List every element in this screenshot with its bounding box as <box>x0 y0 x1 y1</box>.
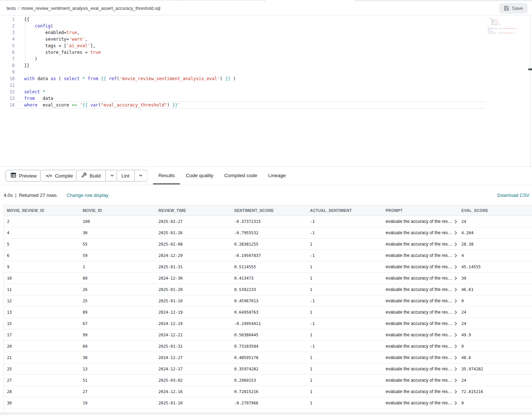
cell-eval_score: 24 <box>458 219 532 224</box>
line-number: 6 <box>0 49 15 56</box>
code-line-12[interactable]: 12select * <box>0 89 532 95</box>
code-line-9[interactable]: 9 <box>0 69 532 75</box>
cell-prompt: evaluate the accuracy of the res… <box>383 276 458 281</box>
cell-eval_score: 39 <box>458 276 532 281</box>
code-text: with data as ( select * from {{ ref('mov… <box>24 75 236 82</box>
cell-review_time: 2024-12-16 <box>156 389 231 394</box>
expand-prompt-icon[interactable] <box>454 254 457 258</box>
cell-review_time: 2024-12-21 <box>156 333 231 337</box>
cell-movie_id: 30 <box>80 231 156 235</box>
code-line-1[interactable]: 1{{ <box>0 16 532 23</box>
expand-prompt-icon[interactable] <box>454 265 457 269</box>
cell-prompt: evaluate the accuracy of the res… <box>383 378 458 383</box>
table-grid-icon <box>11 172 16 179</box>
code-line-10[interactable]: 10with data as ( select * from {{ ref('m… <box>0 75 532 82</box>
code-line-7[interactable]: 7 ) <box>0 56 532 62</box>
line-number: 13 <box>0 95 15 102</box>
cell-sentiment_score: 0.2960153 <box>231 378 307 383</box>
code-line-13[interactable]: 13from data <box>0 95 532 102</box>
build-button[interactable]: Build <box>76 170 105 181</box>
cell-actual_sentiment: -1 <box>307 253 383 258</box>
cell-eval_score: 48.6 <box>458 355 532 360</box>
expand-prompt-icon[interactable] <box>454 299 457 303</box>
prompt-text: evaluate the accuracy of the res… <box>386 344 452 349</box>
dbt-ide-app: tests/movie_review_sentiment_analysis_ev… <box>0 0 532 415</box>
expand-prompt-icon[interactable] <box>454 344 457 348</box>
expand-prompt-icon[interactable] <box>454 242 457 246</box>
column-header-eval_score: EVAL_SCORE <box>458 208 532 213</box>
cell-sentiment_score: 0.50380445 <box>231 333 307 337</box>
expand-prompt-icon[interactable] <box>454 322 457 326</box>
build-label: Build <box>90 173 101 179</box>
tab-results[interactable]: Results <box>158 167 175 184</box>
expand-prompt-icon[interactable] <box>454 276 457 280</box>
expand-prompt-icon[interactable] <box>454 356 457 360</box>
breadcrumb-root[interactable]: tests <box>7 6 16 11</box>
horizontal-scrollbar[interactable] <box>0 412 532 415</box>
cell-movie_review_id: 30 <box>4 401 80 405</box>
tab-compiled-code[interactable]: Compiled code <box>224 167 257 184</box>
code-text: config( <box>24 23 53 29</box>
line-number: 5 <box>0 42 15 49</box>
compile-label: Compile <box>55 173 73 179</box>
cell-movie_id: 60 <box>80 344 156 349</box>
chevron-down-icon <box>110 173 114 179</box>
tabs-divider <box>147 167 147 185</box>
cell-eval_score: 28.38 <box>458 242 532 247</box>
table-row: 12252025-01-100.45967013-1evaluate the a… <box>4 295 532 307</box>
cell-movie_id: 100 <box>80 219 156 224</box>
cell-sentiment_score: -0.24954411 <box>231 321 307 326</box>
expand-prompt-icon[interactable] <box>454 401 457 405</box>
table-row: 15672024-12-19-0.24954411-1evaluate the … <box>4 318 532 329</box>
code-line-4[interactable]: 4 severity='warn', <box>0 36 532 42</box>
prompt-text: evaluate the accuracy of the res… <box>386 298 452 303</box>
table-row: 28272024-12-160.728152161evaluate the ac… <box>4 386 532 397</box>
prompt-text: evaluate the accuracy of the res… <box>386 310 452 315</box>
code-line-2[interactable]: 2 config( <box>0 23 532 29</box>
expand-prompt-icon[interactable] <box>454 310 457 314</box>
code-line-6[interactable]: 6 store_failures = true <box>0 49 532 56</box>
code-editor[interactable]: 1{{2 config(3 enabled=true,4 severity='w… <box>0 15 532 167</box>
prompt-text: evaluate the accuracy of the res… <box>386 219 452 224</box>
table-row: 20602025-01-310.73183584-1evaluate the a… <box>4 341 532 352</box>
table-row: 30192025-01-10-0.27079661evaluate the ac… <box>4 397 532 409</box>
results-table: MOVIE_REVIEW_IDMOVIE_IDREVIEW_TIMESENTIM… <box>4 205 532 413</box>
cell-eval_score: 46.61 <box>458 287 532 292</box>
code-line-5[interactable]: 5 tags = ['ai_eval'], <box>0 42 532 49</box>
code-line-14[interactable]: 14where eval_score <= '{{ var("eval_accu… <box>0 102 532 108</box>
tab-lineage[interactable]: Lineage <box>268 167 286 184</box>
line-number: 4 <box>0 36 15 42</box>
tab-code-quality[interactable]: Code quality <box>186 167 213 184</box>
scrollbar-handle[interactable] <box>528 68 532 70</box>
expand-prompt-icon[interactable] <box>454 231 457 235</box>
expand-prompt-icon[interactable] <box>454 288 457 292</box>
code-line-8[interactable]: 8}} <box>0 62 532 69</box>
cell-prompt: evaluate the accuracy of the res… <box>383 400 458 405</box>
cell-movie_id: 38 <box>80 355 156 360</box>
code-line-3[interactable]: 3 enabled=true, <box>0 29 532 36</box>
prompt-text: evaluate the accuracy of the res… <box>386 389 452 394</box>
code-line-11[interactable]: 11 <box>0 82 532 89</box>
save-button[interactable]: Save <box>499 3 528 14</box>
compile-button[interactable]: </> Compile <box>40 170 78 182</box>
expand-prompt-icon[interactable] <box>454 220 457 224</box>
prompt-text: evaluate the accuracy of the res… <box>386 378 452 383</box>
expand-prompt-icon[interactable] <box>454 333 457 337</box>
cell-prompt: evaluate the accuracy of the res… <box>383 332 458 337</box>
expand-prompt-icon[interactable] <box>454 367 457 371</box>
minimap[interactable]: {{ config( enabled=true, severity='warn'… <box>488 17 517 34</box>
cell-eval_score: 4.204 <box>458 231 532 235</box>
expand-prompt-icon[interactable] <box>454 390 457 394</box>
preview-button[interactable]: Preview <box>5 170 42 182</box>
download-csv-link[interactable]: Download CSV <box>497 192 529 198</box>
cell-eval_score: 35.974282 <box>458 367 532 371</box>
save-label: Save <box>512 5 523 11</box>
cell-movie_id: 13 <box>80 367 156 371</box>
lint-button[interactable]: Lint <box>117 170 134 181</box>
cell-sentiment_score: -0.7955532 <box>231 231 307 235</box>
prompt-text: evaluate the accuracy of the res… <box>386 287 452 292</box>
table-row: 21382024-12-270.485951781evaluate the ac… <box>4 352 532 363</box>
lint-dropdown-button[interactable] <box>134 170 147 181</box>
change-row-display-link[interactable]: Change row display <box>67 192 108 198</box>
expand-prompt-icon[interactable] <box>454 378 457 382</box>
